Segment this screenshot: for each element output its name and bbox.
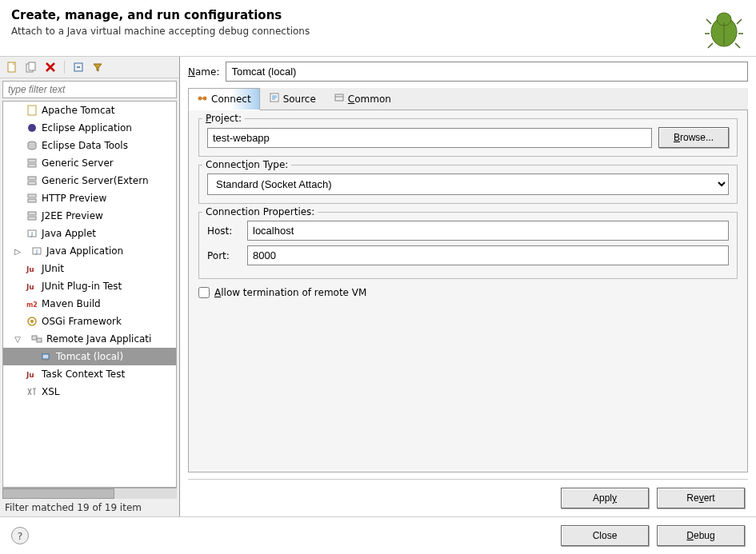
config-type-icon: J xyxy=(26,227,38,240)
svg-rect-14 xyxy=(28,199,36,202)
svg-text:J: J xyxy=(35,249,38,255)
allow-terminate-checkbox[interactable] xyxy=(198,287,210,298)
tree-item-junit[interactable]: JuJUnit xyxy=(3,260,176,277)
tree-item-label: JUnit xyxy=(42,263,64,274)
expand-icon[interactable]: ▷ xyxy=(13,247,22,256)
name-label: Name: xyxy=(188,66,219,78)
tree-item-label: Eclipse Data Tools xyxy=(42,140,128,151)
tree-item-maven-build[interactable]: m2Maven Build xyxy=(3,295,176,313)
browse-button[interactable]: Browse... xyxy=(658,127,729,148)
tree-item-tomcat-local-[interactable]: Tomcat (local) xyxy=(3,348,176,365)
tree-item-task-context-test[interactable]: JuTask Context Test xyxy=(3,365,176,383)
svg-rect-34 xyxy=(335,94,343,101)
connection-properties-label: Connection Properties: xyxy=(202,206,318,217)
tree-item-label: Java Application xyxy=(46,245,123,257)
configurations-sidebar: Apache TomcatEclipse ApplicationEclipse … xyxy=(0,57,180,516)
connect-tabpanel: Project: Browse... Connection Type: Stan… xyxy=(188,110,748,472)
port-label: Port: xyxy=(207,250,239,261)
tree-item-label: Task Context Test xyxy=(42,369,125,380)
tree-item-label: HTTP Preview xyxy=(42,193,106,204)
collapse-all-button[interactable] xyxy=(71,60,86,74)
tree-item-label: JUnit Plug-in Test xyxy=(42,281,122,292)
config-type-icon xyxy=(26,315,38,328)
svg-text:m2: m2 xyxy=(26,301,38,309)
dialog-subtitle: Attach to a Java virtual machine accepti… xyxy=(11,26,310,37)
config-tree[interactable]: Apache TomcatEclipse ApplicationEclipse … xyxy=(2,101,177,488)
config-type-icon xyxy=(26,385,38,398)
tree-item-eclipse-data-tools[interactable]: Eclipse Data Tools xyxy=(3,137,176,154)
tab-connect[interactable]: Connect xyxy=(188,88,260,110)
svg-rect-10 xyxy=(28,164,36,167)
tree-item-xsl[interactable]: XSL xyxy=(3,383,176,401)
filter-input[interactable] xyxy=(2,81,177,98)
svg-rect-28 xyxy=(42,354,49,359)
tree-item-label: J2EE Preview xyxy=(42,210,103,221)
config-type-icon: Ju xyxy=(26,262,38,275)
tree-item-java-application[interactable]: ▷JJava Application xyxy=(3,242,176,260)
svg-rect-27 xyxy=(37,338,42,342)
delete-config-button[interactable] xyxy=(43,60,58,74)
host-input[interactable] xyxy=(247,221,729,241)
config-type-icon xyxy=(30,333,43,345)
connection-type-select[interactable]: Standard (Socket Attach) xyxy=(207,173,729,195)
config-type-icon: Ju xyxy=(26,280,38,293)
config-type-icon xyxy=(40,350,53,363)
svg-point-25 xyxy=(30,320,34,323)
tree-item-java-applet[interactable]: JJava Applet xyxy=(3,225,176,242)
apply-button[interactable]: Apply xyxy=(561,488,649,508)
svg-text:Ju: Ju xyxy=(26,265,34,273)
config-type-icon: m2 xyxy=(26,297,38,310)
config-type-icon xyxy=(26,122,38,134)
tab-source[interactable]: Source xyxy=(260,88,325,110)
new-config-button[interactable] xyxy=(5,60,19,74)
svg-point-32 xyxy=(203,96,207,100)
svg-text:Ju: Ju xyxy=(26,371,34,379)
common-icon xyxy=(334,92,345,106)
svg-rect-4 xyxy=(29,62,35,70)
help-button[interactable]: ? xyxy=(11,527,29,544)
tree-item-generic-server[interactable]: Generic Server xyxy=(3,154,176,172)
tree-horizontal-scrollbar[interactable] xyxy=(2,488,177,499)
config-type-icon: J xyxy=(30,245,43,257)
svg-rect-13 xyxy=(28,194,36,197)
tab-common[interactable]: Common xyxy=(325,88,400,110)
tree-item-remote-java-applicati[interactable]: ▽Remote Java Applicati xyxy=(3,330,176,348)
tree-item-osgi-framework[interactable]: OSGi Framework xyxy=(3,313,176,330)
debug-button[interactable]: Debug xyxy=(657,525,745,546)
debug-bug-icon xyxy=(703,8,745,50)
dialog-header: Create, manage, and run configurations A… xyxy=(0,0,756,57)
duplicate-config-button[interactable] xyxy=(24,60,38,74)
svg-rect-12 xyxy=(28,181,36,185)
expand-icon[interactable]: ▽ xyxy=(13,335,22,344)
config-type-icon xyxy=(26,104,38,117)
tree-item-junit-plug-in-test[interactable]: JuJUnit Plug-in Test xyxy=(3,277,176,295)
config-type-icon xyxy=(26,139,38,152)
svg-text:J: J xyxy=(30,231,33,237)
project-label: Project: xyxy=(202,113,245,124)
svg-rect-15 xyxy=(28,212,36,215)
tree-item-http-preview[interactable]: HTTP Preview xyxy=(3,189,176,207)
tree-item-generic-server-extern[interactable]: Generic Server(Extern xyxy=(3,172,176,189)
close-button[interactable]: Close xyxy=(561,525,649,546)
name-input[interactable] xyxy=(226,62,748,82)
port-input[interactable] xyxy=(247,245,729,265)
tree-item-label: Generic Server(Extern xyxy=(42,175,148,186)
tree-item-label: Generic Server xyxy=(42,157,114,169)
tree-item-label: Java Applet xyxy=(42,228,96,239)
config-type-icon xyxy=(26,192,38,205)
tree-item-eclipse-application[interactable]: Eclipse Application xyxy=(3,119,176,137)
tree-item-apache-tomcat[interactable]: Apache Tomcat xyxy=(3,102,176,119)
config-tabs: Connect Source Common xyxy=(188,88,748,110)
revert-button[interactable]: Revert xyxy=(657,488,745,508)
svg-rect-26 xyxy=(32,336,37,340)
connect-icon xyxy=(197,93,208,106)
allow-terminate-label: Allow termination of remote VM xyxy=(214,287,366,298)
svg-text:Ju: Ju xyxy=(26,283,34,291)
config-type-icon xyxy=(26,174,38,187)
filter-status: Filter matched 19 of 19 item xyxy=(0,499,179,516)
dialog-footer: ? Close Debug xyxy=(0,516,756,554)
tree-item-j2ee-preview[interactable]: J2EE Preview xyxy=(3,207,176,225)
tree-item-label: XSL xyxy=(42,386,60,397)
project-input[interactable] xyxy=(207,128,652,148)
filter-button[interactable] xyxy=(90,60,105,74)
